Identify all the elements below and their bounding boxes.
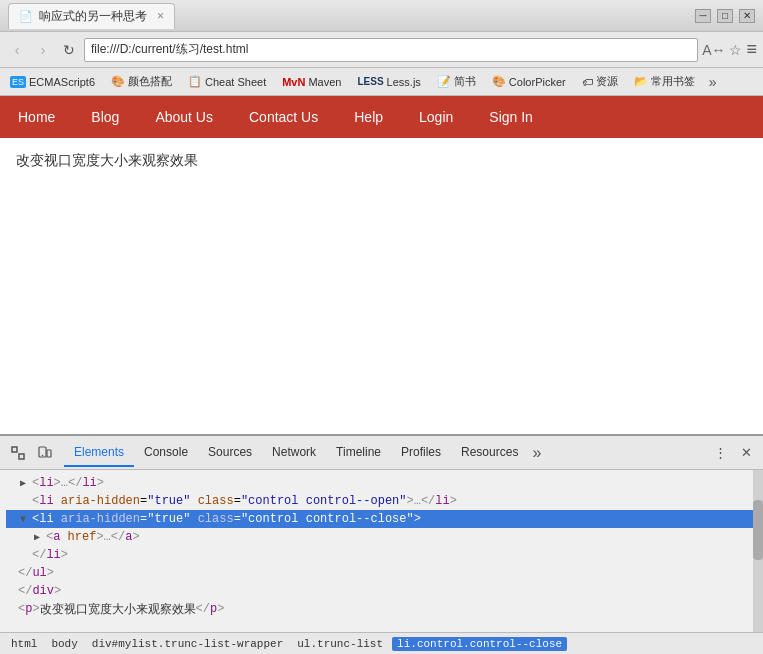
tree-line-ul-close[interactable]: </ul> <box>6 564 757 582</box>
devtools-more-tabs-button[interactable]: » <box>528 440 545 466</box>
page-content: Home Blog About Us Contact Us Help Login… <box>0 96 763 434</box>
devtools-toolbar: Elements Console Sources Network Timelin… <box>0 436 763 470</box>
star-icon[interactable]: ☆ <box>729 42 742 58</box>
bookmark-color-match[interactable]: 🎨 颜色搭配 <box>107 72 176 91</box>
bracket-8a: < <box>18 602 25 616</box>
bookmark-cheat-sheet[interactable]: 📋 Cheat Sheet <box>184 73 270 90</box>
back-button[interactable]: ‹ <box>6 39 28 61</box>
devtools-breadcrumb: html body div#mylist.trunc-list-wrapper … <box>0 632 763 654</box>
expand-arrow-2[interactable] <box>20 496 32 507</box>
bracket-5b: > <box>61 548 68 562</box>
translate-icon[interactable]: A↔ <box>702 42 725 58</box>
tree-line-li-close[interactable]: </li> <box>6 546 757 564</box>
nav-help[interactable]: Help <box>336 96 401 138</box>
bracket-2c: </ <box>421 494 435 508</box>
breadcrumb-ul[interactable]: ul.trunc-list <box>292 637 388 651</box>
bookmark-label-maven: Maven <box>308 76 341 88</box>
expand-arrow-1[interactable]: ▶ <box>20 477 32 489</box>
attrval-3-class: "control control--close" <box>241 512 414 526</box>
bookmarks-more-button[interactable]: » <box>709 74 717 90</box>
ellipsis-4: >…</ <box>96 530 125 544</box>
forward-button[interactable]: › <box>32 39 54 61</box>
bracket-8b: > <box>32 602 39 616</box>
bookmark-jianfan[interactable]: 📝 简书 <box>433 72 480 91</box>
devtools-vertical-dots[interactable]: ⋮ <box>709 442 731 464</box>
devtools-tab-console[interactable]: Console <box>134 439 198 467</box>
space-3b <box>190 512 197 526</box>
space-4a <box>60 530 67 544</box>
nav-about[interactable]: About Us <box>137 96 231 138</box>
ellipsis-1: … <box>61 476 68 490</box>
page-body: 改变视口宽度大小来观察效果 <box>0 138 763 434</box>
bracket-6b: > <box>47 566 54 580</box>
devtools-tab-resources[interactable]: Resources <box>451 439 528 467</box>
breadcrumb-html[interactable]: html <box>6 637 42 651</box>
tree-line-a[interactable]: ▶ <a href >…</a> <box>6 528 757 546</box>
nav-contact[interactable]: Contact Us <box>231 96 336 138</box>
minimize-button[interactable]: ─ <box>695 9 711 23</box>
tree-line-li1[interactable]: ▶ <li>…</li> <box>6 474 757 492</box>
tree-line-div-close[interactable]: </div> <box>6 582 757 600</box>
devtools-tab-sources[interactable]: Sources <box>198 439 262 467</box>
attr-2-hidden: aria-hidden <box>61 494 140 508</box>
tree-line-li2[interactable]: <li aria-hidden="true" class="control co… <box>6 492 757 510</box>
browser-tab[interactable]: 📄 响应式的另一种思考 × <box>8 3 175 29</box>
devtools-tab-timeline[interactable]: Timeline <box>326 439 391 467</box>
tree-line-p[interactable]: <p>改变视口宽度大小来观察效果</p> <box>6 600 757 618</box>
tagname-4: a <box>53 530 60 544</box>
attr-2-class: class <box>198 494 234 508</box>
expand-arrow-5 <box>20 550 32 561</box>
tab-close-button[interactable]: × <box>157 9 164 23</box>
bracket-4a: < <box>46 530 53 544</box>
expand-arrow-4[interactable]: ▶ <box>34 531 46 543</box>
breadcrumb-li-active[interactable]: li.control.control--close <box>392 637 567 651</box>
maximize-button[interactable]: □ <box>717 9 733 23</box>
tagname-1: li <box>39 476 53 490</box>
bookmark-colorpicker[interactable]: 🎨 ColorPicker <box>488 73 570 90</box>
bracket-3b: > <box>414 512 421 526</box>
bracket-6a: </ <box>18 566 32 580</box>
devtools-actions: ⋮ ✕ <box>709 442 757 464</box>
devtools-inspect-button[interactable] <box>6 441 30 465</box>
nav-home[interactable]: Home <box>0 96 73 138</box>
devtools-scrollbar[interactable] <box>753 470 763 632</box>
tagname-1b: li <box>82 476 96 490</box>
attrval-3-hidden: "true" <box>147 512 190 526</box>
address-bar: ‹ › ↻ A↔ ☆ ≡ <box>0 32 763 68</box>
bookmark-books[interactable]: 📂 常用书签 <box>630 72 699 91</box>
space-2b <box>190 494 197 508</box>
bookmark-resource[interactable]: 🏷 资源 <box>578 72 622 91</box>
nav-login[interactable]: Login <box>401 96 471 138</box>
devtools-close-button[interactable]: ✕ <box>735 442 757 464</box>
bookmark-ecmascript[interactable]: ES ECMAScript6 <box>6 74 99 90</box>
svg-rect-1 <box>19 454 24 459</box>
devtools-tab-profiles[interactable]: Profiles <box>391 439 451 467</box>
nav-signin[interactable]: Sign In <box>471 96 551 138</box>
expand-arrow-3[interactable]: ▼ <box>20 514 32 525</box>
tagname-8b: p <box>210 602 217 616</box>
bookmark-maven[interactable]: MvN Maven <box>278 74 345 90</box>
bracket-8c: </ <box>196 602 210 616</box>
bracket-5a: </ <box>32 548 46 562</box>
devtools-scrollbar-thumb[interactable] <box>753 500 763 560</box>
html-tree[interactable]: ▶ <li>…</li> <li aria-hidden="true" clas… <box>0 472 763 630</box>
devtools-tab-elements[interactable]: Elements <box>64 439 134 467</box>
bookmark-lessjs[interactable]: LESS Less.js <box>353 74 424 90</box>
devtools-device-button[interactable] <box>32 441 56 465</box>
bookmark-icon-jianfan: 📝 <box>437 75 451 88</box>
refresh-button[interactable]: ↻ <box>58 39 80 61</box>
nav-blog[interactable]: Blog <box>73 96 137 138</box>
close-button[interactable]: ✕ <box>739 9 755 23</box>
bookmark-label-books: 常用书签 <box>651 74 695 89</box>
bracket-8d: > <box>217 602 224 616</box>
menu-button[interactable]: ≡ <box>746 39 757 60</box>
bookmark-icon-cheat: 📋 <box>188 75 202 88</box>
attr-4-href: href <box>68 530 97 544</box>
address-input[interactable] <box>84 38 698 62</box>
bookmark-label-cp: ColorPicker <box>509 76 566 88</box>
breadcrumb-div[interactable]: div#mylist.trunc-list-wrapper <box>87 637 288 651</box>
breadcrumb-body[interactable]: body <box>46 637 82 651</box>
tree-line-li3[interactable]: ▼ <li aria-hidden="true" class="control … <box>6 510 757 528</box>
devtools-tab-network[interactable]: Network <box>262 439 326 467</box>
bookmark-label-resource: 资源 <box>596 74 618 89</box>
